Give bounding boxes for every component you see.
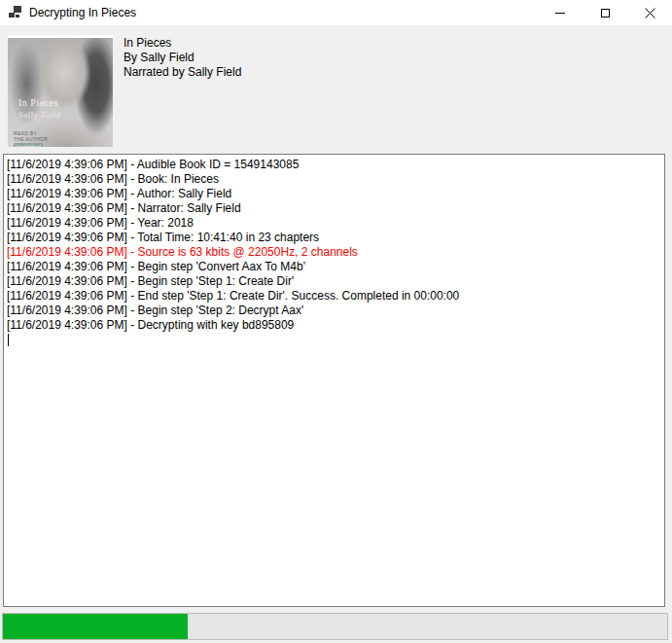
log-line: [11/6/2019 4:39:06 PM] - Source is 63 kb… xyxy=(7,245,662,260)
log-line: [11/6/2019 4:39:06 PM] - Decrypting with… xyxy=(7,318,662,333)
log-line: [11/6/2019 4:39:06 PM] - Narrator: Sally… xyxy=(7,201,662,216)
title-bar[interactable]: Decrypting In Pieces xyxy=(0,0,672,25)
log-textbox[interactable]: [11/6/2019 4:39:06 PM] - Audible Book ID… xyxy=(3,154,665,607)
cover-edition-badge: Unabridged xyxy=(14,143,43,147)
log-line: [11/6/2019 4:39:06 PM] - Begin step 'Ste… xyxy=(7,274,662,289)
maximize-button[interactable] xyxy=(583,0,627,25)
log-line: [11/6/2019 4:39:06 PM] - Total Time: 10:… xyxy=(7,231,662,245)
window-controls xyxy=(538,0,672,25)
log-line: [11/6/2019 4:39:06 PM] - Year: 2018 xyxy=(7,216,662,231)
log-line: [11/6/2019 4:39:06 PM] - Begin step 'Ste… xyxy=(7,304,662,318)
minimize-icon xyxy=(555,13,565,14)
log-line: [11/6/2019 4:39:06 PM] - Begin step 'Con… xyxy=(7,260,662,274)
cover-read-by-text: READ BY THE AUTHOR xyxy=(14,130,48,142)
book-title: In Pieces xyxy=(124,36,241,51)
book-cover-image: In Pieces Sally Field READ BY THE AUTHOR… xyxy=(8,35,113,147)
progress-bar xyxy=(2,613,668,640)
close-button[interactable] xyxy=(627,0,672,25)
text-caret xyxy=(8,334,9,346)
book-info: In Pieces By Sally Field Narrated by Sal… xyxy=(124,36,241,80)
log-line: [11/6/2019 4:39:06 PM] - Book: In Pieces xyxy=(7,172,662,187)
close-icon xyxy=(645,8,655,18)
progress-fill xyxy=(3,614,188,639)
app-window: Decrypting In Pieces In Pieces Sally Fie… xyxy=(0,0,672,643)
log-line: [11/6/2019 4:39:06 PM] - Audible Book ID… xyxy=(7,158,662,172)
log-line: [11/6/2019 4:39:06 PM] - End step 'Step … xyxy=(7,289,662,304)
book-narrator: Narrated by Sally Field xyxy=(124,65,241,80)
book-author: By Sally Field xyxy=(124,51,241,65)
log-line: [11/6/2019 4:39:06 PM] - Author: Sally F… xyxy=(7,187,662,201)
cover-author-text: Sally Field xyxy=(18,110,61,120)
app-icon[interactable] xyxy=(8,5,23,20)
minimize-button[interactable] xyxy=(538,0,583,25)
cover-title-text: In Pieces xyxy=(18,97,58,108)
maximize-icon xyxy=(601,9,610,18)
log-lines: [11/6/2019 4:39:06 PM] - Audible Book ID… xyxy=(7,158,662,333)
window-title: Decrypting In Pieces xyxy=(29,6,136,19)
